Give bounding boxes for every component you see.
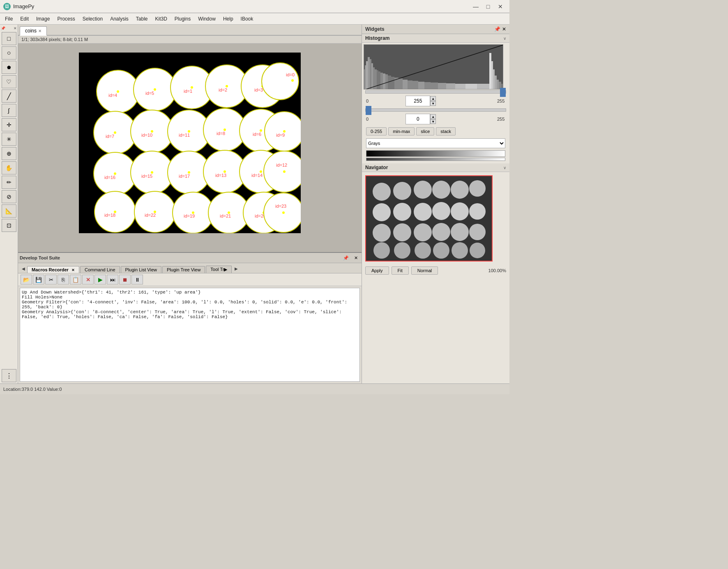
measure-tool[interactable]: 📐 [2,204,16,218]
svg-rect-83 [380,73,383,89]
menu-image[interactable]: Image [33,15,53,23]
pen-tool[interactable]: ✏ [2,176,16,189]
tab-macros-close[interactable]: ✕ [71,268,75,272]
histogram-max-input[interactable] [405,96,430,106]
menu-process[interactable]: Process [54,15,78,23]
layers-tool[interactable]: ⊡ [2,219,16,232]
more-tools[interactable]: ⋮ [2,369,16,382]
menu-table[interactable]: Table [133,15,151,23]
color-picker-tool[interactable]: ⊘ [2,190,16,203]
svg-text:id=5: id=5 [145,91,154,96]
macro-text-area[interactable]: Up And Down Watershed>{'thr1': 41, 'thr2… [20,288,360,382]
widgets-close-icon[interactable]: ✕ [502,26,506,32]
ellipse-select-tool[interactable]: ○ [2,46,16,60]
stop-button[interactable]: ⏹ [119,275,131,284]
move-tool[interactable]: ✛ [2,118,16,131]
svg-text:id=1: id=1 [184,89,192,94]
cut-button[interactable]: ✂ [45,275,57,284]
histogram-slider1-thumb[interactable] [500,88,506,97]
copy-button[interactable]: ⎘ [58,275,69,284]
tabs-next-nav[interactable]: ▶ [233,264,240,273]
open-button[interactable]: 📂 [21,275,32,284]
run-button[interactable]: ▶ [94,275,106,284]
bottom-panel-pin-icon[interactable]: 📌 [342,254,350,262]
main-container: 📌 ✕ □ ○ ⬟ ♡ ╱ ∫ ✛ ✳ ⊕ ✋ ✏ ⊘ 📐 ⊡ ⋮ coins … [0,25,509,383]
menu-analysis[interactable]: Analysis [107,15,132,23]
svg-point-113 [451,181,469,199]
tab-plugin-tree-label: Plugin Tree View [167,267,200,272]
svg-point-112 [432,181,450,199]
curve-tool[interactable]: ∫ [2,104,16,117]
svg-rect-87 [391,77,394,89]
app-icon: 🖼 [3,3,11,10]
minmax-btn[interactable]: min-max [388,127,415,135]
toolbar-close-icon[interactable]: ✕ [14,26,17,30]
pause-button[interactable]: ⏸ [131,275,143,284]
tabs-prev-nav[interactable]: ◀ [20,264,27,273]
apply-button[interactable]: Apply [365,266,389,275]
bottom-panel-header: Develop Tool Suite 📌 ✕ [18,253,362,263]
navigator-section: Navigator ∨ [362,163,509,383]
close-button[interactable]: ✕ [495,2,506,11]
svg-rect-99 [465,84,477,89]
svg-text:id=23: id=23 [275,204,286,209]
menu-file[interactable]: File [2,15,16,23]
svg-text:id=11: id=11 [179,133,190,138]
image-area[interactable]: id=4 id=5 id=1 id=2 id=3 [18,44,362,252]
tab-close-icon[interactable]: ✕ [38,29,41,33]
navigator-section-header[interactable]: Navigator ∨ [362,163,509,172]
bottom-panel-close-icon[interactable]: ✕ [352,254,360,262]
tab-plugin-tree[interactable]: Plugin Tree View [162,266,205,273]
menu-plugins[interactable]: Plugins [171,15,194,23]
histogram-min-input[interactable] [405,114,430,124]
content-area: coins ✕ 1/1; 303x384 pixels; 8-bit; 0.11… [18,25,362,383]
svg-rect-74 [365,65,366,89]
menu-selection[interactable]: Selection [79,15,106,23]
normal-button[interactable]: Normal [411,266,438,275]
save-button[interactable]: 💾 [33,275,44,284]
step-button[interactable]: ⏭ [107,275,118,284]
paste-button[interactable]: 📋 [70,275,81,284]
menu-help[interactable]: Help [220,15,237,23]
histogram-section-header[interactable]: Histogram ∨ [362,34,509,43]
delete-button[interactable]: ✕ [82,275,94,284]
freehand-tool[interactable]: ♡ [2,75,16,88]
svg-point-130 [433,242,449,259]
histogram-min-up[interactable]: ▲ [430,114,436,119]
tab-plugin-list[interactable]: Plugin List View [121,266,161,273]
tab-tool-tr-label: Tool Tr▶ [210,267,227,272]
histogram-slider2-thumb[interactable] [366,106,371,115]
macro-toolbar: 📂 💾 ✂ ⎘ 📋 ✕ ▶ ⏭ ⏹ ⏸ [18,273,362,286]
histogram-max-down[interactable]: ▼ [430,101,436,106]
histogram-min-down[interactable]: ▼ [430,119,436,124]
svg-text:id=16: id=16 [104,175,115,180]
histogram-max-up[interactable]: ▲ [430,96,436,101]
stack-btn[interactable]: stack [436,127,456,135]
magic-wand-tool[interactable]: ✳ [2,133,16,146]
tab-tool-tr[interactable]: Tool Tr▶ [206,266,232,273]
tab-coins[interactable]: coins ✕ [20,26,47,36]
line-tool[interactable]: ╱ [2,89,16,103]
hand-tool[interactable]: ✋ [2,161,16,174]
toolbar-pin-icon: 📌 [1,26,5,30]
widgets-pin-icon[interactable]: 📌 [494,26,500,32]
polygon-tool[interactable]: ⬟ [2,61,16,74]
range-btn[interactable]: 0-255 [366,127,387,135]
svg-text:id=14: id=14 [251,173,263,178]
menu-edit[interactable]: Edit [17,15,32,23]
zoom-tool[interactable]: ⊕ [2,147,16,160]
rect-select-tool[interactable]: □ [2,32,16,45]
minimize-button[interactable]: — [470,2,481,11]
slice-btn[interactable]: slice [416,127,434,135]
tab-command-line[interactable]: Command Line [80,266,120,273]
menu-ibook[interactable]: IBook [237,15,257,23]
maximize-button[interactable]: □ [482,2,494,11]
colormap-select[interactable]: Grays Jet Hot Cool [366,138,505,148]
bottom-tabs: ◀ Macros Recorder ✕ Command Line Plugin … [18,263,362,273]
tab-macros-recorder[interactable]: Macros Recorder ✕ [27,266,79,273]
menu-window[interactable]: Window [195,15,219,23]
menu-kit3d[interactable]: Kit3D [152,15,170,23]
histogram-slider2-container [364,108,508,112]
histogram-max-spin: ▲ ▼ [430,96,436,106]
fit-button[interactable]: Fit [392,266,409,275]
